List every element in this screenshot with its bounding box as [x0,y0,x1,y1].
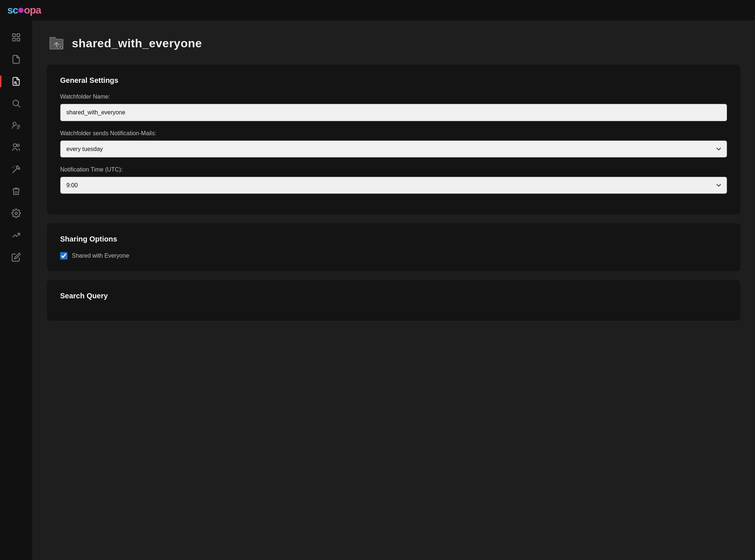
gear-icon [11,209,21,218]
sidebar-item-trash[interactable] [5,182,27,201]
svg-line-7 [18,105,20,107]
notification-time-label: Notification Time (UTC): [60,166,727,173]
general-settings-title: General Settings [60,76,727,85]
notification-mails-select[interactable]: never every monday every tuesday every w… [60,140,727,158]
shared-with-everyone-label[interactable]: Shared with Everyone [60,252,727,259]
file-icon [11,55,21,64]
sidebar-item-dashboard[interactable] [5,28,27,47]
shared-with-everyone-text: Shared with Everyone [72,253,129,259]
watchfolder-name-label: Watchfolder Name: [60,93,727,100]
notification-time-group: Notification Time (UTC): 0:00 1:00 2:00 … [60,166,727,194]
sidebar-item-settings[interactable] [5,204,27,223]
header: scopa [0,0,755,21]
logo-opa: opa [24,4,41,16]
svg-point-4 [15,82,16,83]
wand-icon [11,165,21,174]
search-query-title: Search Query [60,292,727,300]
svg-point-13 [17,144,19,147]
sidebar [0,21,32,560]
svg-line-15 [18,166,19,167]
logo[interactable]: scopa [7,4,41,16]
svg-rect-0 [12,34,15,37]
notification-mails-group: Watchfolder sends Notification-Mails: ne… [60,130,727,158]
trash-icon [11,187,21,196]
logo-sc: sc [7,4,18,16]
main-content: shared_with_everyone General Settings Wa… [32,21,755,560]
users-icon [11,143,21,152]
sidebar-item-magic[interactable] [5,160,27,179]
svg-line-5 [16,83,17,84]
svg-line-16 [14,166,15,166]
sharing-options-section: Sharing Options Shared with Everyone [47,223,740,271]
sidebar-item-watchfolders[interactable] [5,72,27,91]
notification-time-select[interactable]: 0:00 1:00 2:00 3:00 4:00 5:00 6:00 7:00 … [60,177,727,194]
svg-line-14 [12,168,17,173]
svg-rect-3 [17,38,20,41]
logo-dot [18,8,23,13]
search-icon [11,99,21,108]
edit-icon [11,253,21,262]
svg-rect-2 [12,38,15,41]
svg-point-12 [13,144,16,147]
notification-mails-label: Watchfolder sends Notification-Mails: [60,130,727,137]
watchfolder-name-group: Watchfolder Name: [60,93,727,121]
folder-icon [47,34,66,53]
sidebar-item-search[interactable] [5,94,27,113]
grid-icon [11,33,21,42]
sidebar-item-users[interactable] [5,116,27,135]
sidebar-item-groups[interactable] [5,138,27,157]
search-query-section: Search Query [47,280,740,321]
watchfolder-name-input[interactable] [60,104,727,121]
chart-icon [11,231,21,240]
svg-rect-1 [17,34,20,37]
svg-point-19 [15,212,18,215]
page-title-row: shared_with_everyone [47,34,740,53]
general-settings-section: General Settings Watchfolder Name: Watch… [47,65,740,214]
page-title: shared_with_everyone [72,37,202,50]
shared-with-everyone-checkbox[interactable] [60,252,67,259]
sidebar-item-analytics[interactable] [5,226,27,245]
sidebar-item-documents[interactable] [5,50,27,69]
sidebar-item-notes[interactable] [5,248,27,267]
sharing-options-title: Sharing Options [60,235,727,243]
file-search-icon [11,77,21,86]
svg-line-17 [12,167,13,168]
folder-svg-icon [48,34,65,52]
svg-point-8 [13,122,16,125]
svg-point-6 [13,100,18,106]
user-list-icon [11,121,21,130]
